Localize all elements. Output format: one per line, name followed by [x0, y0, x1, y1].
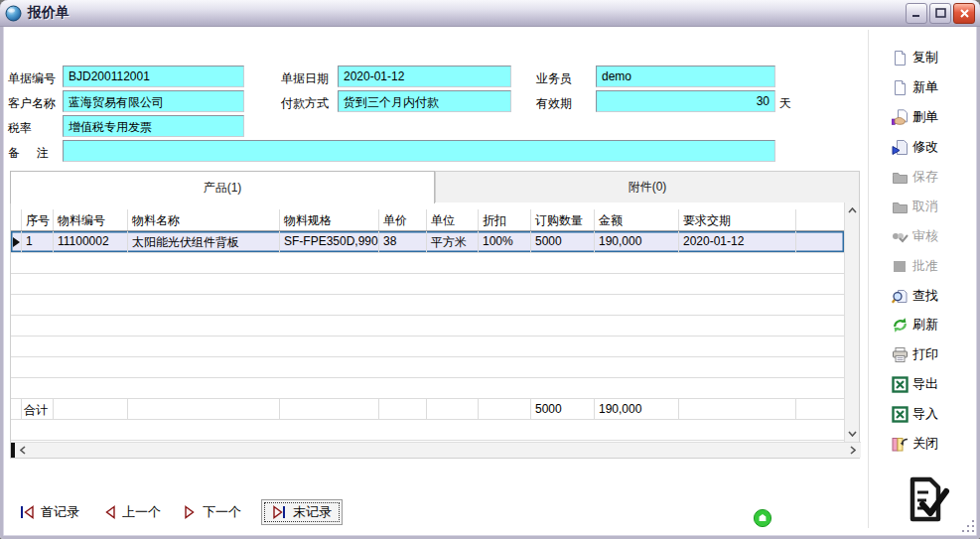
app-globe-icon	[5, 5, 22, 22]
tax-field[interactable]: 增值税专用发票	[63, 115, 244, 137]
refresh-button[interactable]: 刷新	[892, 313, 975, 337]
excel-export-icon	[892, 376, 909, 393]
last-record-button[interactable]: 末记录	[261, 499, 343, 525]
col-qty: 订购数量	[531, 209, 595, 230]
resize-grip[interactable]	[962, 520, 974, 532]
copy-button[interactable]: 复制	[892, 46, 975, 69]
excel-import-icon	[892, 406, 909, 423]
cell-amount[interactable]: 190,000	[595, 231, 679, 252]
export-button[interactable]: 导出	[892, 372, 975, 396]
col-seq: 序号	[22, 209, 54, 230]
tax-label: 税率	[8, 120, 32, 137]
tab-attachment[interactable]: 附件(0)	[435, 171, 860, 203]
col-discount: 折扣	[479, 209, 531, 230]
cell-name[interactable]: 太阳能光伏组件背板	[128, 231, 280, 252]
cancel-folder-icon	[892, 199, 909, 215]
delete-button[interactable]: 删单	[892, 105, 975, 129]
search-icon	[892, 288, 909, 305]
cell-qty[interactable]: 5000	[531, 231, 595, 252]
quotation-window: 报价单 单据编号 BJD200112001 单据日期 2020-01-12 业务…	[0, 0, 980, 539]
close-door-icon	[892, 436, 909, 453]
scroll-right-icon[interactable]	[845, 443, 861, 458]
col-spec: 物料规格	[280, 209, 379, 230]
grid-vertical-scrollbar[interactable]	[844, 202, 859, 442]
total-row: 合计 5000 190,000	[11, 399, 844, 420]
grid-horizontal-scrollbar[interactable]	[11, 442, 861, 458]
grid-header-row: 序号 物料编号 物料名称 物料规格 单价 单位 折扣 订购数量 金额 要求交期	[11, 209, 844, 231]
save-folder-icon	[892, 169, 909, 186]
total-qty: 5000	[531, 399, 595, 419]
tab-product[interactable]: 产品(1)	[10, 171, 435, 203]
cell-delivery[interactable]: 2020-01-12	[679, 231, 796, 252]
scroll-up-icon[interactable]	[845, 202, 860, 218]
print-button[interactable]: 打印	[892, 342, 975, 366]
titlebar[interactable]: 报价单	[0, 0, 980, 27]
cell-discount[interactable]: 100%	[479, 231, 531, 252]
doc-date-label: 单据日期	[281, 70, 329, 87]
close-form-button[interactable]: 关闭	[892, 432, 975, 456]
refresh-icon	[892, 317, 909, 334]
first-record-icon	[20, 505, 35, 519]
col-unit: 单位	[427, 209, 479, 230]
total-label: 合计	[22, 399, 54, 419]
cell-code[interactable]: 11100002	[54, 231, 128, 252]
cell-price[interactable]: 38	[379, 231, 427, 252]
payment-label: 付款方式	[281, 95, 329, 112]
delete-hand-icon	[892, 109, 909, 126]
col-name: 物料名称	[128, 209, 280, 230]
close-button[interactable]	[953, 3, 975, 24]
salesman-label: 业务员	[536, 70, 572, 87]
save-button: 保存	[892, 165, 975, 189]
cell-seq[interactable]: 1	[22, 231, 54, 252]
col-code: 物料编号	[54, 209, 128, 230]
validity-label: 有效期	[536, 95, 572, 112]
find-button[interactable]: 查找	[892, 284, 975, 308]
status-ok-icon	[753, 508, 772, 532]
cancel-button: 取消	[892, 195, 975, 218]
window-title: 报价单	[28, 4, 70, 22]
col-price: 单价	[379, 209, 427, 230]
salesman-field[interactable]: demo	[596, 66, 775, 87]
modify-arrow-icon	[892, 139, 909, 156]
table-row[interactable]: 1 11100002 太阳能光伏组件背板 SF-FPE350D,990 38 平…	[11, 231, 844, 253]
audit-check-icon	[892, 228, 909, 245]
cell-spec[interactable]: SF-FPE350D,990	[280, 231, 379, 252]
cell-unit[interactable]: 平方米	[427, 231, 479, 252]
audit-button: 审核	[892, 224, 975, 248]
doc-no-field[interactable]: BJD200112001	[63, 66, 244, 87]
col-delivery: 要求交期	[679, 209, 796, 230]
modify-button[interactable]: 修改	[892, 135, 975, 159]
remark-field[interactable]	[63, 140, 775, 162]
last-record-icon	[272, 505, 287, 519]
minimize-button[interactable]	[906, 3, 927, 24]
scroll-left-icon[interactable]	[15, 443, 31, 458]
current-row-marker-icon	[13, 237, 20, 247]
scroll-down-icon[interactable]	[845, 426, 860, 442]
maximize-button[interactable]	[929, 3, 951, 24]
prev-record-button[interactable]: 上一个	[103, 499, 161, 525]
prev-record-icon	[103, 505, 116, 519]
validity-field[interactable]: 30	[596, 90, 775, 112]
customer-field[interactable]: 蓝海贸易有限公司	[63, 90, 244, 112]
app-logo-icon	[897, 472, 952, 532]
approve-icon	[892, 258, 909, 275]
doc-date-field[interactable]: 2020-01-12	[338, 66, 511, 87]
next-record-button[interactable]: 下一个	[184, 499, 241, 525]
new-button[interactable]: 新单	[892, 75, 975, 99]
import-button[interactable]: 导入	[892, 402, 975, 426]
doc-no-label: 单据编号	[8, 70, 56, 87]
copy-page-icon	[892, 50, 909, 67]
first-record-button[interactable]: 首记录	[20, 499, 79, 525]
validity-unit-label: 天	[779, 95, 791, 112]
printer-icon	[892, 346, 909, 363]
new-page-icon	[892, 79, 909, 96]
customer-label: 客户名称	[8, 95, 56, 112]
remark-label: 备 注	[8, 145, 49, 162]
product-grid: 序号 物料编号 物料名称 物料规格 单价 单位 折扣 订购数量 金额 要求交期 …	[10, 202, 860, 459]
col-amount: 金额	[595, 209, 679, 230]
panel-divider	[868, 30, 869, 528]
approve-button: 批准	[892, 254, 975, 278]
next-record-icon	[184, 505, 197, 519]
payment-field[interactable]: 货到三个月内付款	[338, 90, 511, 112]
total-amount: 190,000	[595, 399, 679, 419]
